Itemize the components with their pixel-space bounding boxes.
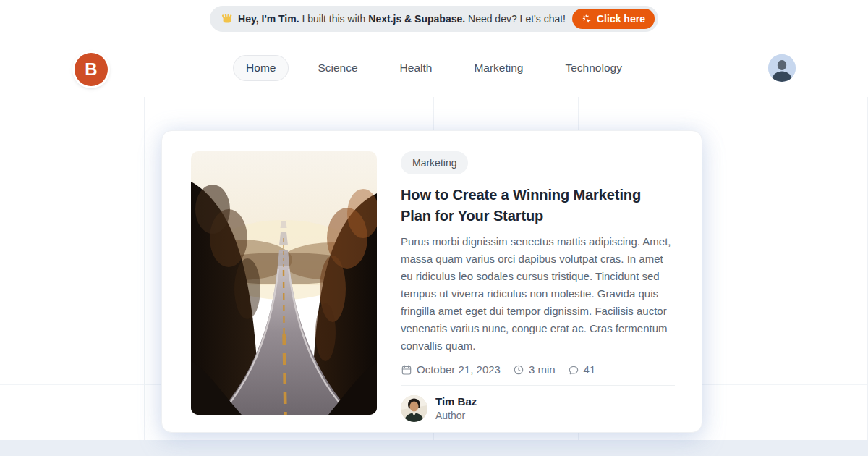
author-name: Tim Baz <box>435 394 477 409</box>
article-excerpt: Purus morbi dignissim senectus mattis ad… <box>401 233 675 355</box>
nav-item-home[interactable]: Home <box>233 55 289 81</box>
meta-date: October 21, 2023 <box>401 363 501 376</box>
wave-emoji-icon <box>221 13 233 25</box>
main-nav: Home Science Health Marketing Technology <box>233 54 635 82</box>
nav-item-science[interactable]: Science <box>305 55 370 81</box>
clock-icon <box>513 364 524 376</box>
site-logo[interactable]: B <box>75 53 108 86</box>
speech-bubble-icon <box>568 364 579 376</box>
article-content: Marketing How to Create a Winning Market… <box>401 151 675 423</box>
user-avatar[interactable] <box>768 54 796 82</box>
article-meta: October 21, 2023 3 min 41 <box>401 363 675 376</box>
promo-banner: Hey, I'm Tim. I built this with Next.js … <box>210 6 658 32</box>
author-block[interactable]: Tim Baz Author <box>401 394 675 423</box>
banner-text: Hey, I'm Tim. I built this with Next.js … <box>238 13 566 25</box>
banner-intro: Hey, I'm Tim. <box>238 13 299 25</box>
nav-item-technology[interactable]: Technology <box>552 55 634 81</box>
author-photo-icon <box>401 395 427 422</box>
page: Hey, I'm Tim. I built this with Next.js … <box>0 0 868 456</box>
click-here-button[interactable]: Click here <box>572 9 655 29</box>
meta-read-time: 3 min <box>513 363 556 376</box>
author-role: Author <box>435 409 477 423</box>
author-divider <box>401 385 675 386</box>
logo-letter: B <box>85 59 97 80</box>
person-silhouette-icon <box>768 54 796 82</box>
nav-item-health[interactable]: Health <box>387 55 446 81</box>
calendar-icon <box>401 364 412 376</box>
article-title[interactable]: How to Create a Winning Marketing Plan f… <box>401 185 675 227</box>
article-photo[interactable] <box>191 151 377 415</box>
banner-tech: Next.js & Supabase. <box>368 13 465 25</box>
author-avatar <box>401 395 427 422</box>
cursor-click-icon <box>582 14 592 25</box>
article-card[interactable]: Marketing How to Create a Winning Market… <box>161 130 702 433</box>
nav-item-marketing[interactable]: Marketing <box>461 55 536 81</box>
meta-comments: 41 <box>568 363 596 376</box>
road-photo-illustration <box>191 151 377 415</box>
site-header: Hey, I'm Tim. I built this with Next.js … <box>0 0 868 96</box>
next-section-edge <box>0 440 868 456</box>
category-badge[interactable]: Marketing <box>401 151 468 174</box>
author-text: Tim Baz Author <box>435 394 477 423</box>
